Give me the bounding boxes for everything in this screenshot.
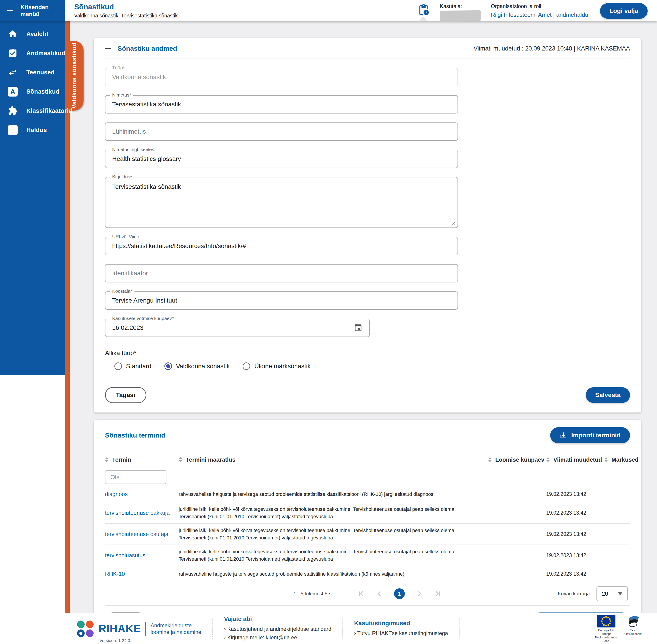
- term-link[interactable]: tervishoiuteenuse pakkuja: [105, 510, 169, 516]
- home-icon: [7, 29, 18, 39]
- eu-regional-fund-logo: Euroopa Liit Euroopa Regionaalarengu Fon…: [594, 615, 618, 643]
- divider: [105, 59, 630, 59]
- sidebar-item-klassifikaatorid[interactable]: Klassifikaatorid: [0, 101, 65, 120]
- tab-valdkonna-sonastikud[interactable]: Valdkonna sõnastikud: [65, 41, 84, 111]
- sidebar-item-haldus[interactable]: Haldus: [0, 120, 65, 140]
- identifier-field[interactable]: Identifikaator: [105, 264, 458, 282]
- author-field[interactable]: Koostaja* Tervise Arengu Instituut: [105, 291, 458, 310]
- help-link-manual[interactable]: › Kasutusjuhend ja andmekirjelduse stand…: [224, 625, 331, 633]
- user-info: Kasutaja:: [440, 3, 481, 21]
- field-value: 16.02.2023: [112, 324, 143, 331]
- term-link[interactable]: tervishoiuteenuse osutaja: [105, 531, 168, 537]
- sidebar-item-label: Klassifikaatorid: [26, 108, 72, 114]
- brand-tagline-line1: Andmekirjelduste: [150, 622, 201, 629]
- sort-icon: [105, 457, 109, 462]
- table-filter-row: [105, 468, 630, 486]
- field-placeholder: Lühinimetus: [112, 128, 146, 135]
- source-type-label: Allika tüüp*: [105, 349, 630, 356]
- sidebar-item-andmestikud[interactable]: Andmestikud: [0, 44, 65, 63]
- radio-icon: [114, 363, 122, 370]
- divider: [212, 619, 213, 639]
- sort-icon: [179, 457, 182, 462]
- next-page-icon[interactable]: [416, 590, 423, 598]
- term-link[interactable]: tervishoiuasutus: [105, 552, 145, 558]
- radio-valdkonna-sonastik[interactable]: Valdkonna sõnastik: [164, 363, 230, 370]
- resize-handle-icon[interactable]: [451, 222, 455, 226]
- last-modified-text: Viimati muudetud : 20.09.2023 10:40 | KA…: [474, 45, 630, 52]
- swap-arrows-icon: [7, 67, 18, 77]
- name-field[interactable]: Nimetus* Tervisestatistika sõnastik: [105, 95, 458, 114]
- pending-actions-icon[interactable]: [417, 4, 430, 16]
- estonia-swallow-icon: [626, 615, 640, 628]
- field-value: Tervisestatistika sõnastik: [112, 183, 181, 190]
- collapse-menu-button[interactable]: Kitsendan menüü: [0, 0, 65, 21]
- chevron-down-icon: [618, 592, 623, 595]
- redacted-user-name: [440, 10, 481, 21]
- field-label: Kirjeldus*: [110, 174, 134, 180]
- table-row: RHK-10 rahvusvaheline haiguste ja tervis…: [105, 566, 630, 582]
- field-label: Tüüp*: [110, 65, 127, 70]
- radio-checked-icon: [164, 363, 172, 370]
- term-link[interactable]: RHK-10: [105, 571, 125, 577]
- radio-icon: [242, 363, 250, 370]
- column-header-termin[interactable]: Termin: [105, 456, 179, 463]
- save-button[interactable]: Salvesta: [586, 387, 630, 403]
- footer: RIHAKE Andmekirjelduste loomine ja halda…: [0, 613, 657, 644]
- help-title[interactable]: Vajate abi: [224, 616, 331, 623]
- start-date-field[interactable]: Kasutusele võtmise kuupäev* 16.02.2023: [105, 319, 370, 337]
- sidebar-item-teenused[interactable]: Teenused: [0, 63, 65, 82]
- sidebar-item-label: Avaleht: [26, 31, 48, 38]
- first-page-icon[interactable]: [357, 590, 365, 598]
- term-link[interactable]: diagnoos: [105, 491, 127, 497]
- letter-a-icon: A: [7, 87, 18, 97]
- table-row: diagnoos rahvusvahelise haiguste ja terv…: [105, 486, 630, 502]
- page-size-select[interactable]: 20: [596, 586, 628, 601]
- calendar-icon[interactable]: [354, 323, 362, 332]
- page-title: Sõnastikud: [74, 3, 178, 11]
- radio-standard[interactable]: Standard: [114, 363, 151, 370]
- table-row: tervishoiuteenuse pakkuja juriidiline is…: [105, 502, 630, 524]
- sort-icon: [546, 457, 550, 462]
- top-header: Kitsendan menüü Sõnastikud Valdkonna sõn…: [0, 0, 657, 21]
- column-header-maaratlus[interactable]: Termini määratlus: [179, 456, 488, 463]
- gear-icon: [7, 125, 18, 135]
- download-icon: [560, 432, 567, 439]
- sort-icon: [488, 457, 492, 462]
- org-label: Organisatsioon ja roll:: [491, 3, 590, 9]
- pagination: 1 - 5 tulemust 5-st 1 Kuvan korraga: 20: [105, 582, 630, 605]
- previous-page-icon[interactable]: [376, 590, 383, 598]
- terms-of-use-title[interactable]: Kasutustingimused: [354, 620, 448, 627]
- collapse-section-icon[interactable]: [105, 48, 111, 49]
- divider: [145, 622, 146, 636]
- current-page-button[interactable]: 1: [394, 588, 405, 599]
- last-page-icon[interactable]: [434, 590, 441, 598]
- collapse-menu-label: Kitsendan menüü: [21, 4, 65, 18]
- back-button[interactable]: Tagasi: [105, 387, 146, 403]
- brand-tagline-line2: loomine ja haldamine: [150, 629, 201, 636]
- description-field[interactable]: Kirjeldus* Tervisestatistika sõnastik: [105, 177, 458, 228]
- short-name-field[interactable]: Lühinimetus: [105, 122, 458, 141]
- column-header-loomise-kuupaev[interactable]: Loomise kuupäev: [488, 456, 546, 463]
- radio-uldine-marksonastik[interactable]: Üldine märksõnastik: [242, 363, 310, 370]
- page-heading: Sõnastikud Valdkonna sõnastik: Tervisest…: [74, 0, 178, 21]
- uri-field[interactable]: URI või Viide https://statistika.tai.ee/…: [105, 237, 458, 255]
- source-type-radio-group: Standard Valdkonna sõnastik Üldine märks…: [105, 363, 630, 370]
- footer-help-column: Vajate abi › Kasutusjuhend ja andmekirje…: [224, 616, 331, 642]
- column-header-viimati-muudetud[interactable]: Viimati muudetud: [546, 456, 604, 463]
- logout-button[interactable]: Logi välja: [600, 3, 648, 19]
- help-link-email[interactable]: › Kirjutage meile: klient@ria.ee: [224, 633, 331, 642]
- term-search-input[interactable]: [105, 470, 166, 484]
- sidebar-nav: Avaleht Andmestikud Teenused A Sõnastiku…: [0, 21, 65, 375]
- eu-flag-icon: [597, 615, 615, 628]
- column-header-markused[interactable]: Märkused: [604, 456, 630, 463]
- import-terms-button[interactable]: Impordi terminid: [550, 427, 630, 443]
- terms-of-use-link[interactable]: › Tutvu RIHAKEse kasutustingimustega: [354, 629, 448, 638]
- section-title: Sõnastiku andmed: [118, 45, 177, 52]
- version-text: Versioon: 1.24.0: [99, 638, 130, 643]
- org-role-link[interactable]: Riigi Infosüsteemi Amet | andmehaldur: [491, 12, 590, 18]
- english-name-field[interactable]: Nimetus ingl. keeles Health statistics g…: [105, 150, 458, 168]
- field-value: Valdkonna sõnastik: [112, 73, 166, 80]
- clipboard-check-icon: [7, 48, 18, 58]
- sidebar-item-avaleht[interactable]: Avaleht: [0, 24, 65, 44]
- sidebar-item-sonastikud[interactable]: A Sõnastikud: [0, 82, 65, 101]
